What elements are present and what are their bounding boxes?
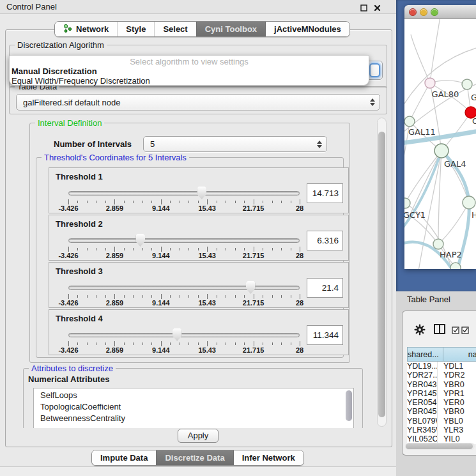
threshold-slider[interactable] (68, 333, 300, 337)
network-node[interactable] (462, 79, 472, 89)
table-cell[interactable]: YBR0 (438, 407, 476, 416)
tab-network[interactable]: Network (55, 22, 117, 36)
list-scrollbar[interactable] (346, 390, 352, 421)
network-node[interactable] (433, 239, 443, 249)
table-cell[interactable]: YDR27... (407, 371, 438, 380)
network-edge (430, 19, 440, 83)
table-cell[interactable]: YPR1 (438, 389, 476, 398)
gear-icon[interactable] (414, 324, 426, 338)
float-window-icon[interactable] (360, 3, 368, 12)
slider-tick-label: 9.144 (152, 252, 170, 259)
checkbox-icon[interactable] (461, 326, 470, 337)
table-cell[interactable]: YBR045C (407, 407, 438, 416)
slider-tick (217, 201, 217, 203)
apply-button[interactable]: Apply (178, 429, 219, 443)
cyni-bottom-tabbar: Impute Data Discretize Data Infer Networ… (91, 450, 304, 466)
scrollbar-thumb[interactable] (378, 132, 385, 417)
slider-thumb[interactable] (173, 328, 182, 341)
slider-thumb[interactable] (246, 281, 256, 294)
close-traffic-light[interactable] (409, 8, 417, 16)
dropdown-option-equal-width[interactable]: Equal Width/Frequency Discretization (10, 76, 369, 86)
table-cell[interactable]: YDL1 (438, 362, 476, 371)
table-cell[interactable]: YBR0 (438, 380, 476, 389)
table-row[interactable]: YER054CYER0 (407, 398, 476, 407)
threshold-value-field[interactable]: 6.316 (307, 231, 343, 250)
network-graph[interactable]: GAL80GACGAL11GAL4GCY1HHAP2 (404, 19, 476, 269)
table-cell[interactable]: YLR3 (438, 426, 476, 434)
table-data-combo[interactable]: galFiltered.sif default node (16, 94, 380, 111)
tab-cyni-toolbox[interactable]: Cyni Toolbox (196, 22, 265, 36)
threshold-value-field[interactable]: 11.344 (307, 325, 343, 345)
slider-thumb[interactable] (135, 234, 145, 247)
list-item[interactable]: SelfLoops (34, 390, 353, 402)
table-cell[interactable]: YBR043C (407, 380, 438, 389)
network-canvas[interactable]: GAL80GACGAL11GAL4GCY1HHAP2 (404, 19, 476, 269)
close-icon[interactable] (373, 3, 381, 12)
numerical-attributes-list[interactable]: SelfLoopsTopologicalCoefficientBetweenne… (33, 388, 354, 428)
table-cell[interactable]: YDL19... (407, 362, 438, 371)
network-icon (63, 24, 73, 35)
list-item[interactable]: TopologicalCoefficient (34, 402, 353, 413)
split-columns-icon[interactable] (433, 323, 446, 338)
network-node[interactable] (434, 144, 449, 158)
tab-select[interactable]: Select (154, 22, 196, 36)
table-cell[interactable]: YER0 (438, 398, 476, 407)
threshold-value-field[interactable]: 14.713 (307, 183, 343, 203)
network-node[interactable] (404, 116, 415, 127)
table-row[interactable]: YBL079WYBL0 (407, 417, 476, 426)
threshold-value-field[interactable]: 21.4 (307, 278, 343, 298)
tab-impute-data[interactable]: Impute Data (92, 450, 156, 465)
table-header-row: shared...na (407, 347, 476, 362)
table-cell[interactable]: YLR345W (407, 426, 438, 434)
settings-scroll-area: Interval Definition Number of Intervals … (9, 116, 387, 428)
network-node[interactable] (463, 196, 475, 209)
tab-infer-network[interactable]: Infer Network (233, 450, 303, 465)
column-header[interactable]: na (443, 347, 476, 362)
tab-style[interactable]: Style (117, 22, 154, 36)
slider-tick (188, 342, 189, 345)
zoom-traffic-light[interactable] (431, 8, 438, 16)
minimize-traffic-light[interactable] (420, 8, 427, 16)
number-of-intervals-spinner[interactable]: 5 (143, 136, 327, 152)
network-node-label: C (472, 116, 476, 126)
table-row[interactable]: YLR345WYLR3 (407, 426, 476, 434)
table-row[interactable]: YBR045CYBR0 (407, 407, 476, 416)
slider-tick (68, 247, 69, 252)
slider-tick (281, 342, 282, 345)
network-node[interactable] (425, 78, 435, 88)
table-cell[interactable]: YDR2 (438, 371, 476, 380)
list-item[interactable]: BetweennessCentrality (34, 413, 353, 425)
network-window-titlebar[interactable] (404, 5, 476, 19)
threshold-slider[interactable] (68, 238, 300, 243)
dropdown-option-manual[interactable]: Manual Discretization (10, 66, 369, 76)
network-node[interactable] (450, 263, 461, 269)
table-row[interactable]: YBR043CYBR0 (407, 380, 476, 389)
table-row[interactable]: YDR27...YDR2 (407, 371, 476, 380)
slider-tick (96, 295, 96, 298)
table-cell[interactable]: YBL0 (438, 417, 476, 426)
slider-tick (87, 295, 88, 298)
table-cell[interactable]: YPR145W (407, 389, 438, 398)
table-row[interactable]: YDL19...YDL1 (407, 362, 476, 371)
tab-jactivemnodules[interactable]: jActiveMNodules (265, 22, 349, 36)
threshold-slider[interactable] (68, 191, 300, 196)
tab-label: Discretize Data (165, 453, 224, 463)
table-cell[interactable]: YER054C (407, 398, 438, 407)
network-node[interactable] (404, 198, 410, 208)
vertical-scrollbar[interactable] (377, 118, 387, 427)
table-cell[interactable]: YBL079W (407, 417, 438, 426)
threshold-slider[interactable] (68, 286, 300, 290)
slider-thumb[interactable] (197, 187, 206, 199)
slider-tick (263, 295, 263, 298)
table-row[interactable]: YPR145WYPR1 (407, 389, 476, 398)
bottom-divider (0, 466, 396, 476)
table-panel-toolbar (403, 311, 476, 347)
column-header[interactable]: shared... (407, 347, 443, 362)
tab-discretize-data[interactable]: Discretize Data (156, 450, 233, 465)
scrollbar-thumb[interactable] (406, 443, 473, 449)
checkbox-icon[interactable] (452, 326, 460, 337)
network-window[interactable]: GAL80GACGAL11GAL4GCY1HHAP2 (404, 5, 476, 269)
slider-tick (263, 201, 263, 203)
slider-tick (142, 201, 143, 203)
horizontal-scrollbar[interactable] (405, 443, 475, 450)
